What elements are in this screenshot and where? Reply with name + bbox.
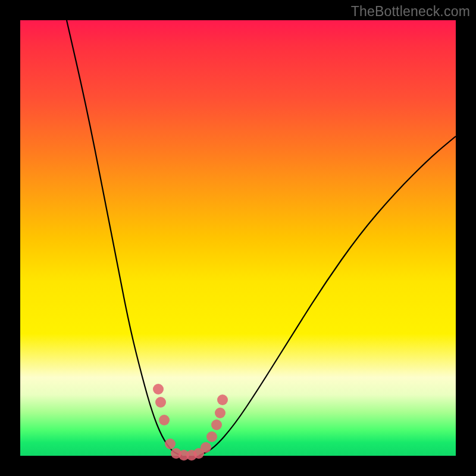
valley-marker — [155, 397, 166, 408]
curve-overlay — [20, 20, 456, 456]
valley-markers-group — [153, 384, 228, 461]
valley-marker — [153, 384, 164, 394]
valley-marker — [215, 408, 226, 418]
valley-marker — [217, 394, 228, 405]
valley-marker — [211, 419, 222, 430]
valley-marker — [159, 415, 170, 425]
valley-marker — [201, 442, 211, 453]
right-curve — [199, 136, 456, 456]
left-curve — [67, 20, 182, 456]
valley-marker — [206, 431, 217, 442]
valley-marker — [165, 439, 176, 449]
watermark-text: TheBottleneck.com — [351, 4, 470, 20]
